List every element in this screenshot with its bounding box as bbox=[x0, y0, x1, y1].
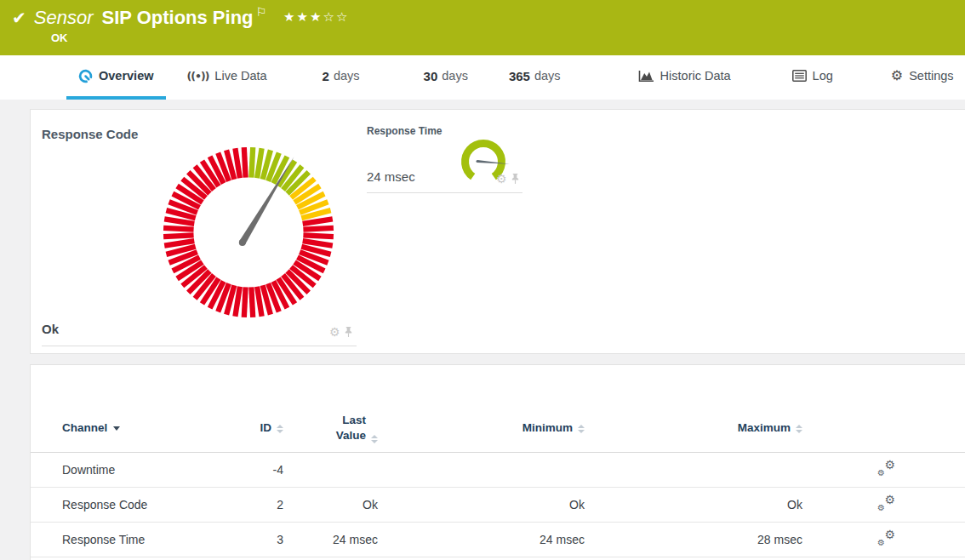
response-time-pin-icon[interactable] bbox=[511, 173, 520, 185]
tab-30-days[interactable]: 30 days bbox=[412, 55, 480, 100]
channel-id-cell: -4 bbox=[222, 452, 285, 487]
channel-maximum-cell bbox=[586, 452, 804, 487]
channel-name-cell: Response Time bbox=[31, 522, 222, 557]
channel-minimum-cell: 24 msec bbox=[380, 522, 586, 557]
channel-id-cell: 3 bbox=[222, 522, 285, 557]
log-list-icon bbox=[792, 70, 807, 82]
sort-icon bbox=[578, 425, 585, 433]
column-header-channel[interactable]: Channel bbox=[31, 404, 222, 452]
sensor-overview-page: ✔ Sensor SIP Options Ping ⚐ ★★★☆☆ OK Ove… bbox=[0, 0, 965, 560]
tab-settings[interactable]: ⚙ Settings bbox=[879, 55, 965, 100]
flag-icon[interactable]: ⚐ bbox=[256, 5, 267, 19]
channel-settings-gears-icon[interactable]: ⚙⚙ bbox=[877, 530, 895, 546]
gauges-panel: Response Code Ok ⚙ Response Time 24 msec… bbox=[30, 109, 965, 354]
column-header-minimum[interactable]: Minimum bbox=[380, 404, 586, 452]
channels-panel: Channel ID Last Value Minimum Maximum Do… bbox=[30, 364, 965, 560]
tab-30-days-number: 30 bbox=[424, 69, 438, 83]
sensor-header: ✔ Sensor SIP Options Ping ⚐ ★★★☆☆ OK bbox=[0, 0, 965, 55]
sensor-status-badge: OK bbox=[51, 31, 68, 44]
table-header-row: Channel ID Last Value Minimum Maximum bbox=[31, 404, 965, 452]
tab-settings-label: Settings bbox=[909, 69, 953, 83]
response-time-value: 24 msec bbox=[367, 169, 415, 184]
tab-365-days[interactable]: 365 days bbox=[497, 55, 573, 100]
response-code-gauge[interactable] bbox=[159, 143, 338, 322]
table-row: Response Time 3 24 msec 24 msec 28 msec … bbox=[31, 522, 965, 557]
tab-bar: Overview ((•)) Live Data 2 days 30 days … bbox=[0, 55, 965, 100]
response-time-gear-icon[interactable]: ⚙ bbox=[496, 173, 507, 185]
tab-30-days-unit: days bbox=[442, 69, 468, 83]
area-chart-icon bbox=[638, 70, 654, 83]
sensor-title: SIP Options Ping bbox=[101, 7, 253, 29]
tab-365-days-unit: days bbox=[534, 69, 561, 83]
gear-icon: ⚙ bbox=[891, 69, 903, 83]
response-code-value: Ok bbox=[42, 322, 59, 336]
response-code-title: Response Code bbox=[42, 127, 138, 141]
sort-icon bbox=[371, 435, 378, 443]
sort-icon bbox=[796, 425, 802, 433]
channel-maximum-cell: 28 msec bbox=[586, 522, 804, 557]
tab-365-days-number: 365 bbox=[509, 69, 530, 83]
channel-settings-gears-icon[interactable]: ⚙⚙ bbox=[877, 495, 895, 511]
sensor-type-label: Sensor bbox=[34, 7, 94, 29]
tab-overview[interactable]: Overview bbox=[66, 55, 166, 100]
tab-log-label: Log bbox=[813, 69, 833, 83]
response-time-title: Response Time bbox=[367, 125, 442, 137]
channel-settings-gears-icon[interactable]: ⚙⚙ bbox=[877, 460, 895, 476]
tab-2-days-number: 2 bbox=[323, 69, 329, 83]
priority-stars[interactable]: ★★★☆☆ bbox=[283, 9, 349, 25]
channel-minimum-cell bbox=[380, 452, 586, 487]
tab-2-days-unit: days bbox=[334, 69, 360, 83]
broadcast-icon: ((•)) bbox=[187, 70, 209, 83]
sort-icon bbox=[277, 425, 283, 433]
column-header-actions bbox=[804, 404, 965, 452]
sort-desc-icon bbox=[113, 426, 120, 431]
gauge-icon bbox=[78, 69, 93, 83]
response-code-pin-icon[interactable] bbox=[344, 326, 353, 338]
channels-table: Channel ID Last Value Minimum Maximum Do… bbox=[31, 404, 965, 557]
table-row: Downtime -4 ⚙⚙ bbox=[31, 452, 965, 487]
channel-name-cell: Response Code bbox=[31, 487, 222, 522]
channel-last-value-cell: 24 msec bbox=[285, 522, 380, 557]
channel-maximum-cell: Ok bbox=[586, 487, 804, 522]
response-code-divider bbox=[42, 346, 357, 346]
response-time-divider bbox=[367, 192, 522, 193]
tab-live-data-label: Live Data bbox=[214, 69, 266, 83]
column-header-maximum[interactable]: Maximum bbox=[586, 404, 804, 452]
channel-last-value-cell bbox=[285, 452, 380, 487]
tab-historic-data-label: Historic Data bbox=[660, 69, 731, 83]
tab-historic-data[interactable]: Historic Data bbox=[626, 55, 743, 100]
tab-log[interactable]: Log bbox=[780, 55, 845, 100]
response-code-gear-icon[interactable]: ⚙ bbox=[329, 326, 340, 338]
channel-minimum-cell: Ok bbox=[380, 487, 586, 522]
table-row: Response Code 2 Ok Ok Ok ⚙⚙ bbox=[31, 487, 965, 522]
channel-last-value-cell: Ok bbox=[285, 487, 380, 522]
tab-overview-label: Overview bbox=[99, 69, 154, 83]
tab-2-days[interactable]: 2 days bbox=[311, 55, 372, 100]
channel-name-cell: Downtime bbox=[31, 452, 222, 487]
column-header-id[interactable]: ID bbox=[222, 404, 285, 452]
tab-live-data[interactable]: ((•)) Live Data bbox=[175, 55, 279, 100]
status-check-icon: ✔ bbox=[12, 8, 26, 28]
column-header-last-value[interactable]: Last Value bbox=[285, 404, 380, 452]
channel-id-cell: 2 bbox=[222, 487, 285, 522]
